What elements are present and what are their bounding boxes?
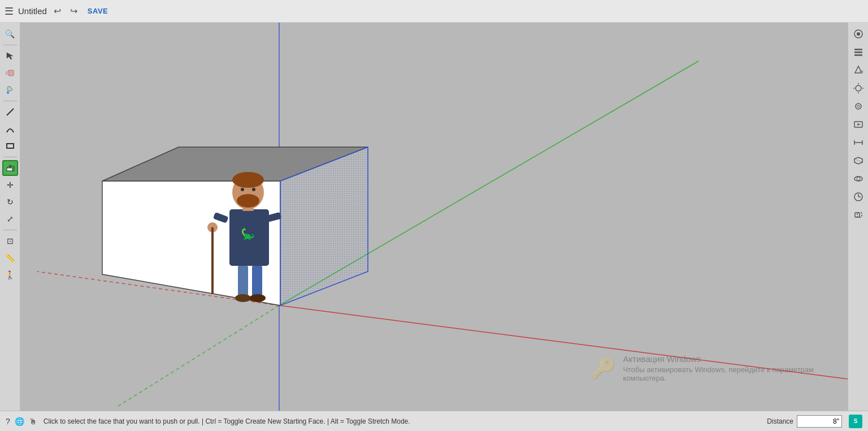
svg-point-52 [207,222,218,232]
svg-point-13 [856,85,861,91]
fog-tool[interactable] [850,98,866,114]
walk-tool[interactable]: 🚶 [2,267,18,283]
undo-button[interactable]: ↩ [51,5,63,18]
toolbar-separator-2 [3,101,17,101]
layers-tool[interactable] [850,44,866,60]
svg-rect-53 [242,202,254,211]
globe-icon[interactable]: 🌐 [15,417,24,426]
svg-point-54 [232,175,264,209]
svg-point-28 [857,177,860,180]
svg-rect-44 [238,266,248,297]
redo-button[interactable]: ↪ [68,5,80,18]
help-text: Click to select the face that you want t… [44,417,761,425]
svg-point-46 [235,294,251,302]
activation-watermark: 🔑 Активация Windows Чтобы активировать W… [591,354,814,382]
svg-line-38 [279,305,848,379]
paint-bucket-tool[interactable] [2,82,18,98]
svg-line-36 [279,61,698,305]
animation-tool[interactable] [850,189,866,205]
svg-line-26 [854,159,862,162]
save-button[interactable]: SAVE [84,6,111,16]
svg-rect-48 [229,209,269,266]
toolbar-separator-3 [3,157,17,157]
svg-rect-1 [6,72,9,74]
status-icons: ? 🌐 🖱 [6,417,37,426]
svg-marker-60 [280,147,368,305]
svg-rect-50 [213,212,229,223]
svg-text:🦕: 🦕 [241,227,255,240]
svg-point-18 [856,104,861,109]
svg-point-19 [857,105,860,107]
eraser-tool[interactable] [2,65,18,81]
zoom-extents-tool[interactable]: 🔍 [2,26,18,42]
activation-line1: Чтобы активировать Windows, перейдите к … [623,365,814,374]
scene-canvas[interactable]: 🦕 [20,23,848,411]
dimensions-tool[interactable] [850,135,866,150]
svg-marker-43 [280,147,368,305]
line-tool[interactable] [2,104,18,120]
arc-tool[interactable] [2,121,18,137]
offset-tool[interactable]: ⊡ [2,233,18,249]
right-toolbar [848,23,868,411]
rotate-tool[interactable]: ↻ [2,194,18,210]
svg-rect-8 [854,49,862,50]
statusbar: ? 🌐 🖱 Click to select the face that you … [0,411,868,431]
svg-rect-35 [20,23,848,411]
titlebar: ☰ Untitled ↩ ↪ SAVE [0,0,868,23]
svg-point-12 [860,70,863,74]
svg-point-57 [241,188,244,191]
activation-title: Активация Windows [623,354,814,364]
svg-rect-3 [7,144,14,148]
distance-label: Distance [767,417,793,425]
advanced-camera-tool[interactable] [850,171,866,187]
push-pull-tool[interactable] [2,160,18,176]
move-tool[interactable]: ✛ [2,177,18,193]
scale-tool[interactable]: ⤢ [2,211,18,227]
svg-rect-51 [266,212,281,222]
svg-point-55 [232,172,264,188]
svg-point-47 [250,294,266,302]
document-title: Untitled [18,6,47,16]
scenes-tool[interactable] [850,62,866,78]
distance-input[interactable] [797,415,842,428]
toolbar-separator [3,45,17,45]
svg-line-39 [37,271,279,305]
viewport[interactable]: 🦕 🔑 Активация Windows Чтобы активировать… [20,23,848,411]
shadows-tool[interactable] [850,80,866,96]
mouse-icon: 🖱 [29,417,37,426]
sketchup-logo: S [849,415,862,428]
distance-box: Distance [767,415,842,428]
tape-measure-tool[interactable]: 📏 [2,250,18,266]
rectangle-tool[interactable] [2,138,18,154]
svg-line-37 [116,305,279,407]
svg-rect-9 [854,51,862,53]
svg-point-56 [237,194,259,208]
svg-marker-41 [102,181,280,305]
help-icon[interactable]: ? [6,417,10,426]
svg-marker-25 [854,157,862,164]
svg-line-2 [7,109,14,115]
select-tool[interactable] [2,48,18,64]
left-toolbar: 🔍 ✛ ↻ ⤢ ⊡ 📏 🚶 [0,23,20,411]
menu-icon[interactable]: ☰ [5,5,14,18]
section-planes-tool[interactable] [850,153,866,169]
svg-marker-21 [857,123,861,126]
styles-tool[interactable] [850,26,866,42]
svg-marker-42 [102,147,368,181]
solid-tools-tool[interactable] [850,207,866,223]
toolbar-separator-4 [3,230,17,230]
svg-rect-4 [7,168,12,171]
svg-rect-45 [252,266,262,297]
match-photo-tool[interactable] [850,117,866,132]
svg-point-58 [252,188,255,191]
activation-line2: компьютера. [623,374,814,382]
svg-rect-10 [854,54,862,56]
svg-point-7 [857,32,860,36]
